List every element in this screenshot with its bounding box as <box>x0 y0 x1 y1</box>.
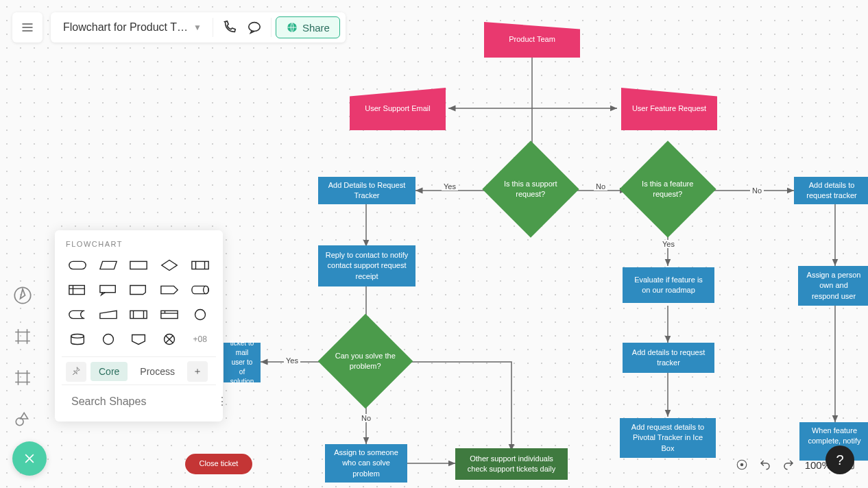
shape-tag[interactable] <box>158 281 182 299</box>
node-label: Assign to someone who can solve problem <box>332 448 400 479</box>
panel-tab-process[interactable]: Process <box>132 362 183 381</box>
shape-card[interactable] <box>127 281 151 299</box>
rail-cursor-tool[interactable] <box>8 281 37 310</box>
shapes-more-count[interactable]: +08 <box>188 330 212 348</box>
rail-frame-tool-2[interactable] <box>8 363 37 392</box>
node-assign-someone[interactable]: Assign to someone who can solve problem <box>325 444 407 483</box>
node-label: Add details to request tracker <box>629 347 708 369</box>
node-label: Reply to contact to notify contact suppo… <box>325 250 409 282</box>
question-icon: ? <box>836 452 843 468</box>
edge-label-no: No <box>359 414 373 422</box>
close-panel-button[interactable] <box>12 441 47 476</box>
hamburger-icon <box>21 21 34 34</box>
panel-add-tab[interactable]: ＋ <box>187 361 208 382</box>
svg-point-17 <box>740 463 743 467</box>
shape-browser[interactable] <box>158 306 182 324</box>
node-label: Add request details to Pivotal Tracker i… <box>627 422 709 454</box>
rail-frame-tool[interactable] <box>8 322 37 351</box>
panel-title: FLOWCHART <box>62 240 216 254</box>
node-label: Assign a person own and respond user <box>805 270 863 302</box>
search-more-button[interactable]: ⋮ <box>214 392 230 411</box>
node-user-feature-request[interactable]: User Feature Request <box>621 88 717 130</box>
node-evaluate-roadmap[interactable]: Evaluate if feature is on our roadmap <box>623 267 714 303</box>
edge-label-no: No <box>594 182 607 191</box>
svg-point-12 <box>195 310 205 320</box>
phone-icon <box>222 20 237 35</box>
shape-direct-data[interactable] <box>188 281 212 299</box>
panel-pin-button[interactable] <box>66 362 86 382</box>
chevron-down-icon: ▼ <box>193 23 202 32</box>
redo-button[interactable] <box>782 458 795 472</box>
node-close-ticket[interactable]: Close ticket <box>185 454 252 474</box>
search-shapes-input[interactable] <box>71 395 208 408</box>
share-button[interactable]: Share <box>276 16 340 38</box>
document-title-dropdown[interactable]: Flowchart for Product T… ▼ <box>56 21 208 34</box>
node-label: Add Details to Request Tracker <box>325 180 409 202</box>
svg-rect-7 <box>69 285 84 294</box>
shape-terminator[interactable] <box>66 256 90 274</box>
reset-view-button[interactable] <box>735 458 749 472</box>
pin-icon <box>71 366 81 376</box>
node-is-support[interactable]: Is this a support request? <box>482 141 579 237</box>
node-user-support-email[interactable]: User Support Email <box>350 88 446 130</box>
node-label: Is this a feature request? <box>634 179 702 200</box>
shape-callout[interactable] <box>97 281 121 299</box>
svg-point-9 <box>203 286 208 293</box>
separator <box>271 18 272 37</box>
svg-point-0 <box>249 23 261 32</box>
node-label: Other support individuals check support … <box>462 454 561 475</box>
shape-summing[interactable] <box>158 330 182 348</box>
node-add-details-tracker2[interactable]: Add details to request tracker <box>623 343 714 373</box>
close-icon <box>23 452 36 465</box>
undo-button[interactable] <box>758 458 772 472</box>
shape-manual-input[interactable] <box>97 306 121 324</box>
call-button[interactable] <box>217 15 242 40</box>
edge-label-yes: Yes <box>284 356 300 365</box>
shape-offpage[interactable] <box>127 330 151 348</box>
rail-shapes-tool[interactable] <box>8 404 37 433</box>
svg-rect-4 <box>69 261 86 269</box>
help-button[interactable]: ? <box>825 446 854 474</box>
node-assign-person[interactable]: Assign a person own and respond user <box>798 266 868 306</box>
undo-icon <box>759 459 771 471</box>
shape-database[interactable] <box>66 330 90 348</box>
node-other-support[interactable]: Other support individuals check support … <box>455 448 568 480</box>
node-label: User Support Email <box>365 103 430 114</box>
node-reply-contact[interactable]: Reply to contact to notify contact suppo… <box>318 245 415 286</box>
node-pivotal-tracker[interactable]: Add request details to Pivotal Tracker i… <box>620 418 716 458</box>
edge-label-yes: Yes <box>660 240 677 248</box>
panel-tab-core[interactable]: Core <box>91 362 128 381</box>
frame-icon <box>14 328 32 345</box>
node-label: Product Team <box>509 34 555 45</box>
node-label: ticket to mail user to of solution <box>230 339 254 387</box>
shape-internal-storage[interactable] <box>66 281 90 299</box>
share-label: Share <box>302 22 330 34</box>
svg-point-14 <box>103 334 113 345</box>
node-is-feature[interactable]: Is this a feature request? <box>619 141 716 237</box>
shape-stored-data[interactable] <box>66 306 90 324</box>
comment-icon <box>247 20 262 35</box>
shape-connector[interactable] <box>188 306 212 324</box>
comment-button[interactable] <box>242 15 267 40</box>
shape-process[interactable] <box>127 256 151 274</box>
target-icon <box>736 459 748 471</box>
menu-button[interactable] <box>12 12 43 42</box>
node-ticket-email[interactable]: ticket to mail user to of solution <box>224 343 261 382</box>
node-can-solve[interactable]: Can you solve the problem? <box>318 314 413 409</box>
shape-predefined[interactable] <box>188 256 212 274</box>
node-label: Evaluate if feature is on our roadmap <box>629 275 708 296</box>
node-add-details-right[interactable]: Add details to request tracker <box>794 177 868 204</box>
shape-decision[interactable] <box>158 256 182 274</box>
svg-rect-8 <box>100 285 115 292</box>
svg-rect-5 <box>130 261 147 269</box>
node-label: Close ticket <box>200 459 239 469</box>
node-label: Can you solve the problem? <box>332 351 399 372</box>
shape-data[interactable] <box>97 256 121 274</box>
shape-subprocess[interactable] <box>127 306 151 324</box>
shapes-icon <box>14 410 32 428</box>
shape-circle[interactable] <box>97 330 121 348</box>
node-add-details-left[interactable]: Add Details to Request Tracker <box>318 177 415 204</box>
node-product-team[interactable]: Product Team <box>484 22 580 58</box>
compass-icon <box>13 286 32 305</box>
svg-rect-6 <box>192 261 208 269</box>
